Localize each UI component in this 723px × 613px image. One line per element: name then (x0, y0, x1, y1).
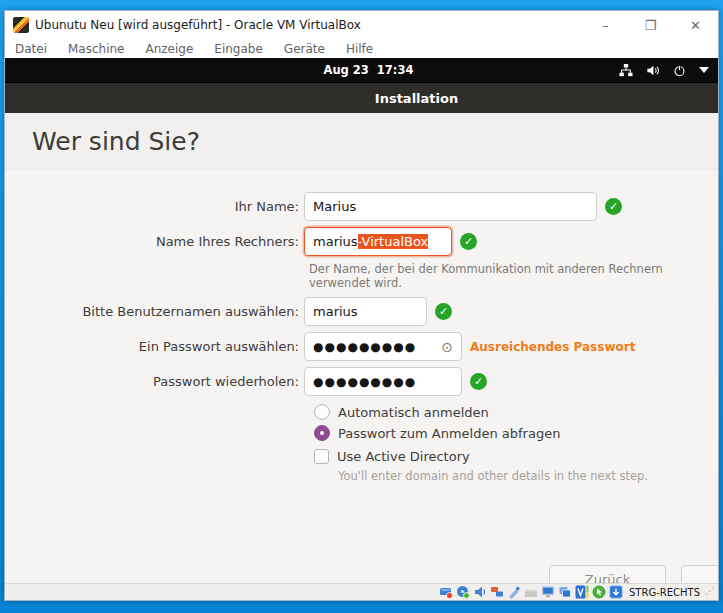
name-input[interactable]: Marius (304, 192, 597, 221)
name-label: Ihr Name: (5, 199, 304, 214)
network-adapters-icon[interactable] (490, 585, 504, 599)
maximize-button[interactable]: ❐ (628, 11, 673, 39)
window-title: Ubunutu Neu [wird ausgeführt] - Oracle V… (35, 18, 583, 32)
hostname-label: Name Ihres Rechners: (5, 234, 304, 249)
close-button[interactable]: ✕ (673, 11, 718, 39)
name-valid-icon: ✓ (605, 198, 622, 215)
radio-checked-icon[interactable] (314, 425, 330, 441)
require-password-option[interactable]: Passwort zum Anmelden abfragen (314, 425, 718, 441)
network-icon (619, 64, 633, 77)
menu-datei[interactable]: Datei (15, 42, 47, 56)
password-repeat-input[interactable]: ●●●●●●●●● (304, 367, 462, 396)
system-tray[interactable] (619, 58, 709, 82)
menu-maschine[interactable]: Maschine (68, 42, 124, 56)
installer-body: Wer sind Sie? Ihr Name: Marius ✓ Name Ih… (5, 113, 718, 583)
page-title-band: Wer sind Sie? (5, 113, 718, 170)
password-input[interactable]: ●●●●●●●●● ⊙ (304, 332, 462, 361)
password-repeat-row: Passwort wiederholen: ●●●●●●●●● ✓ (5, 367, 718, 396)
volume-icon (646, 64, 660, 77)
vm-screen: Aug 23 17:34 Installation (5, 58, 718, 583)
username-label: Bitte Benutzernamen auswählen: (5, 304, 304, 319)
audio-icon[interactable] (473, 585, 487, 599)
login-options: Automatisch anmelden Passwort zum Anmeld… (314, 404, 718, 483)
hostname-row: Name Ihres Rechners: marius-VirtualBox ✓ (5, 227, 718, 256)
name-row: Ihr Name: Marius ✓ (5, 192, 718, 221)
auto-login-option[interactable]: Automatisch anmelden (314, 404, 718, 420)
menu-hilfe[interactable]: Hilfe (346, 42, 373, 56)
usb-icon[interactable] (507, 585, 521, 599)
host-key-label: STRG-RECHTS (629, 587, 700, 598)
virtualbox-app-icon (13, 17, 29, 33)
caret-down-icon (699, 67, 709, 73)
window-controls: – ❐ ✕ (583, 11, 718, 39)
active-directory-help: You'll enter domain and other details in… (338, 469, 718, 483)
checkbox-unchecked-icon[interactable] (314, 449, 329, 464)
radio-unchecked-icon[interactable] (314, 404, 330, 420)
optical-drives-icon[interactable] (456, 585, 470, 599)
menu-eingabe[interactable]: Eingabe (214, 42, 263, 56)
power-icon (673, 64, 686, 77)
hostname-help: Der Name, der bei der Kommunikation mit … (309, 262, 718, 290)
password-strength: Ausreichendes Passwort (470, 340, 635, 354)
mouse-integration-icon[interactable] (592, 585, 606, 599)
menu-geraete[interactable]: Geräte (284, 42, 325, 56)
menubar: Datei Maschine Anzeige Eingabe Geräte Hi… (5, 39, 718, 58)
resize-grip-icon[interactable]: ⋰ (705, 587, 714, 598)
menu-anzeige[interactable]: Anzeige (146, 42, 194, 56)
keyboard-icon[interactable] (609, 585, 623, 599)
back-button[interactable]: Zurück (549, 565, 666, 583)
recording-icon[interactable] (558, 585, 572, 599)
virtualbox-window: Ubunutu Neu [wird ausgeführt] - Oracle V… (4, 10, 719, 601)
password-row: Ein Passwort auswählen: ●●●●●●●●● ⊙ Ausr… (5, 332, 718, 361)
vm-features-icon[interactable] (575, 585, 589, 599)
installer-header: Installation (5, 82, 718, 113)
hostname-valid-icon: ✓ (460, 233, 477, 250)
selected-text: -VirtualBox (358, 234, 429, 249)
minimize-button[interactable]: – (583, 11, 628, 39)
statusbar: STRG-RECHTS ⋰ (5, 583, 718, 600)
username-row: Bitte Benutzernamen auswählen: marius ✓ (5, 297, 718, 326)
continue-button-partial[interactable] (681, 565, 718, 583)
username-input[interactable]: marius (304, 297, 427, 326)
page-title: Wer sind Sie? (32, 127, 200, 156)
who-are-you-form: Ihr Name: Marius ✓ Name Ihres Rechners: … (5, 170, 718, 483)
password-match-icon: ✓ (470, 373, 487, 390)
hard-disks-icon[interactable] (439, 585, 453, 599)
installer-title: Installation (375, 91, 458, 106)
active-directory-option[interactable]: Use Active Directory (314, 449, 718, 464)
show-password-icon[interactable]: ⊙ (441, 340, 453, 354)
shared-folders-icon[interactable] (524, 585, 538, 599)
hostname-input[interactable]: marius-VirtualBox (304, 227, 452, 256)
titlebar: Ubunutu Neu [wird ausgeführt] - Oracle V… (5, 11, 718, 39)
password-label: Ein Passwort auswählen: (5, 339, 304, 354)
password-repeat-label: Passwort wiederholen: (5, 374, 304, 389)
clock[interactable]: Aug 23 17:34 (5, 63, 718, 77)
display-icon[interactable] (541, 585, 555, 599)
ubuntu-topbar: Aug 23 17:34 (5, 58, 718, 82)
username-valid-icon: ✓ (435, 303, 452, 320)
